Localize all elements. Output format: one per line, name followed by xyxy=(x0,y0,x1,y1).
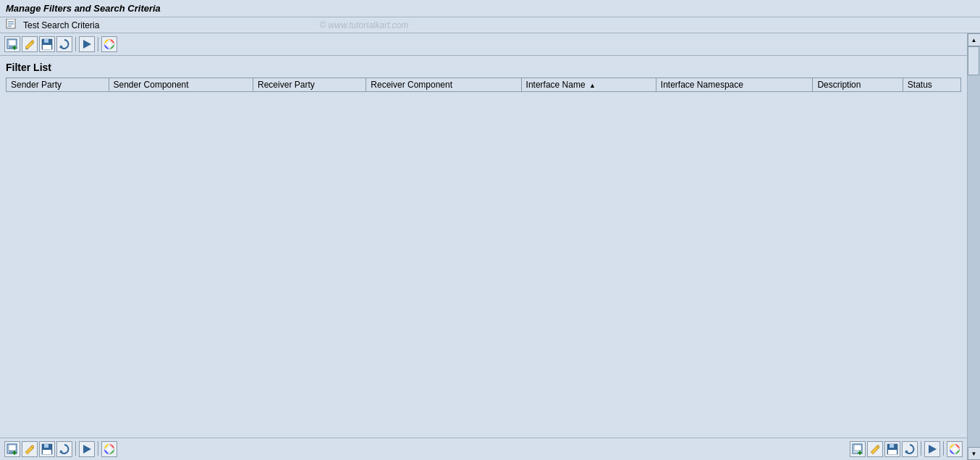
bottom-play-button[interactable] xyxy=(79,441,95,457)
scroll-up-button[interactable]: ▲ xyxy=(968,33,981,46)
svg-point-39 xyxy=(953,448,957,451)
bottom-separator-1 xyxy=(75,441,76,456)
refresh-button[interactable] xyxy=(56,36,72,52)
bottom-right-separator-2 xyxy=(943,441,944,456)
bottom-right-edit-button[interactable] xyxy=(867,441,883,457)
svg-rect-26 xyxy=(43,450,51,454)
watermark: © www.tutorialkart.com xyxy=(319,20,408,30)
bottom-separator-2 xyxy=(98,441,98,456)
svg-rect-35 xyxy=(890,444,894,448)
play-button[interactable] xyxy=(79,36,95,52)
menu-item-label[interactable]: Test Search Criteria xyxy=(23,20,99,30)
svg-point-29 xyxy=(108,448,111,451)
svg-rect-25 xyxy=(44,444,48,448)
table-header: Sender Party Sender Component Receiver P… xyxy=(7,78,961,92)
svg-rect-19 xyxy=(9,445,16,451)
toolbar-separator-2 xyxy=(98,37,98,51)
bottom-refresh-button[interactable] xyxy=(56,441,72,457)
col-receiver-component[interactable]: Receiver Component xyxy=(366,78,521,92)
svg-marker-15 xyxy=(83,40,91,49)
sort-asc-icon: ▲ xyxy=(589,82,596,89)
svg-rect-12 xyxy=(44,39,48,43)
col-receiver-party[interactable]: Receiver Party xyxy=(253,78,366,92)
bottom-edit-button[interactable] xyxy=(22,441,38,457)
bottom-right-add-button[interactable] xyxy=(850,441,866,457)
main-content: Filter List Sender Party Sender Componen… xyxy=(0,33,980,460)
title-bar: Manage Filters and Search Criteria xyxy=(0,0,980,17)
col-interface-namespace[interactable]: Interface Namespace xyxy=(656,78,813,92)
window-title: Manage Filters and Search Criteria xyxy=(6,3,161,14)
filter-list-area: Filter List Sender Party Sender Componen… xyxy=(0,56,967,438)
bottom-right-play-button[interactable] xyxy=(924,441,940,457)
svg-rect-13 xyxy=(43,45,51,49)
menu-doc-icon xyxy=(6,19,17,31)
filter-list-title: Filter List xyxy=(6,62,961,73)
header-row: Sender Party Sender Component Receiver P… xyxy=(7,78,961,92)
main-window: Manage Filters and Search Criteria Test … xyxy=(0,0,980,460)
bottom-save-button[interactable] xyxy=(39,441,55,457)
edit-button[interactable] xyxy=(22,36,38,52)
toolbar-separator xyxy=(75,37,76,51)
svg-rect-36 xyxy=(888,450,897,454)
col-description[interactable]: Description xyxy=(813,78,903,92)
col-interface-name[interactable]: Interface Name ▲ xyxy=(521,78,656,92)
add-button[interactable] xyxy=(4,36,20,52)
bottom-right-separator-1 xyxy=(921,441,921,456)
svg-marker-27 xyxy=(59,450,63,453)
save-button[interactable] xyxy=(39,36,55,52)
bottom-right-settings-button[interactable] xyxy=(947,441,963,457)
svg-marker-14 xyxy=(59,45,63,48)
bottom-settings-button[interactable] xyxy=(101,441,117,457)
bottom-toolbar xyxy=(0,438,967,460)
scroll-track[interactable] xyxy=(968,46,981,447)
bottom-right-save-button[interactable] xyxy=(884,441,900,457)
col-sender-party[interactable]: Sender Party xyxy=(7,78,109,92)
col-sender-component[interactable]: Sender Component xyxy=(109,78,253,92)
svg-marker-37 xyxy=(905,450,908,453)
svg-rect-31 xyxy=(854,445,861,451)
menu-bar: Test Search Criteria © www.tutorialkart.… xyxy=(0,17,980,33)
bottom-toolbar-right xyxy=(850,441,963,457)
settings-button[interactable] xyxy=(101,36,117,52)
top-toolbar xyxy=(0,33,967,56)
vertical-scrollbar[interactable]: ▲ ▼ xyxy=(967,33,980,460)
scroll-thumb[interactable] xyxy=(968,46,979,75)
svg-marker-28 xyxy=(83,445,91,453)
filter-table: Sender Party Sender Component Receiver P… xyxy=(6,78,961,92)
scroll-down-button[interactable]: ▼ xyxy=(968,447,981,460)
content-area: Filter List Sender Party Sender Componen… xyxy=(0,33,967,460)
bottom-add-button[interactable] xyxy=(4,441,20,457)
svg-point-17 xyxy=(108,43,111,46)
svg-marker-38 xyxy=(929,445,937,453)
svg-rect-5 xyxy=(9,40,16,46)
bottom-toolbar-left xyxy=(4,441,117,457)
bottom-right-refresh-button[interactable] xyxy=(902,441,918,457)
col-status[interactable]: Status xyxy=(903,78,960,92)
